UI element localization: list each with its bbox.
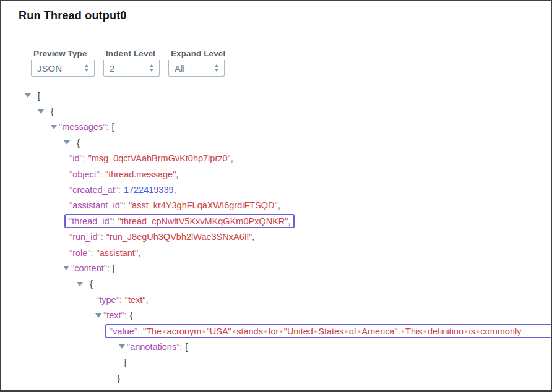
- json-tree: [{"messages":[{"id":"msg_0qctVAahBrmGvKt…: [1, 88, 551, 390]
- preview-type-value: JSON: [37, 63, 62, 74]
- collapse-arrow-icon[interactable]: [77, 282, 83, 286]
- json-value-word: definition: [428, 326, 464, 336]
- json-row: "text":{: [1, 307, 551, 323]
- space-dot-icon: ●: [476, 328, 479, 334]
- indent-level-value: 2: [110, 63, 114, 74]
- json-colon: :: [123, 200, 126, 210]
- collapse-arrow-icon[interactable]: [51, 125, 57, 129]
- json-value-word: is: [468, 326, 475, 336]
- spinner: [149, 64, 154, 72]
- space-dot-icon: ●: [264, 328, 267, 334]
- json-row: "created_at":1722419339,: [1, 182, 551, 197]
- collapse-arrow-icon[interactable]: [64, 140, 70, 145]
- json-close-bracket: }: [117, 373, 120, 383]
- json-value-word: "United: [284, 326, 313, 336]
- collapse-arrow-icon[interactable]: [63, 266, 69, 270]
- json-key: value: [113, 326, 134, 336]
- space-dot-icon: ●: [314, 328, 317, 334]
- json-value-word: The: [146, 326, 162, 336]
- spinner: [214, 64, 219, 72]
- json-open-bracket: [: [185, 342, 188, 352]
- json-key: role: [72, 248, 87, 258]
- json-row: {: [1, 135, 551, 150]
- json-open-bracket: [: [38, 91, 40, 101]
- spinner: [84, 64, 89, 72]
- json-colon: :: [124, 310, 127, 320]
- collapse-arrow-icon[interactable]: [95, 313, 101, 318]
- json-key: content: [74, 263, 104, 273]
- json-row: [: [1, 88, 551, 103]
- indent-level-control: Indent Level 2: [103, 49, 160, 77]
- json-value-word: stands: [236, 326, 263, 336]
- preview-type-select[interactable]: JSON: [31, 60, 95, 77]
- json-row: "run_id":"run_J8egUh3QVbh2lWae3SNxA6Il",: [1, 229, 551, 245]
- json-row-thread-id: "thread_id":"thread_cpNwltV5KxvMKqGKm0Px…: [1, 213, 551, 229]
- collapse-arrow-icon[interactable]: [25, 93, 31, 98]
- json-key: object: [72, 169, 97, 179]
- json-key: run_id: [72, 232, 97, 242]
- output-panel: Run Thread output0 Preview Type JSON Ind…: [0, 0, 552, 392]
- space-dot-icon: ●: [202, 328, 205, 334]
- json-row: "messages":[: [1, 119, 551, 135]
- json-key: id: [72, 153, 79, 163]
- space-dot-icon: ●: [345, 328, 348, 334]
- json-row: "annotations":[: [1, 339, 551, 354]
- json-value: "thread.message": [105, 169, 176, 179]
- json-key: messages: [62, 122, 103, 132]
- highlight-box-thread-id: "thread_id":"thread_cpNwltV5KxvMKqGKm0Px…: [64, 214, 295, 228]
- preview-controls: Preview Type JSON Indent Level 2 Expand …: [31, 49, 234, 77]
- spinner-up-icon[interactable]: [84, 64, 89, 67]
- preview-type-control: Preview Type JSON: [31, 49, 95, 77]
- json-key: created_at: [72, 185, 115, 195]
- json-colon: :: [83, 153, 85, 163]
- json-value: "thread_cpNwltV5KxvMKqGKm0PxQNKR": [118, 216, 288, 226]
- json-row: "content":[: [1, 260, 551, 276]
- json-key: thread_id: [72, 216, 109, 226]
- json-value: 1722419339: [124, 185, 174, 195]
- json-value-word: This: [405, 326, 422, 336]
- json-colon: :: [91, 248, 93, 258]
- json-open-bracket: {: [90, 279, 93, 289]
- json-row: }: [1, 370, 551, 386]
- json-colon: :: [106, 122, 108, 132]
- json-key: type: [99, 295, 116, 305]
- json-value-word: America".: [361, 326, 400, 336]
- expand-level-control: Expand Level All: [168, 49, 225, 77]
- space-dot-icon: ●: [423, 328, 426, 334]
- json-value-word: for: [268, 326, 278, 336]
- json-key: assistant_id: [72, 200, 120, 210]
- json-value-word: States: [318, 326, 343, 336]
- json-key: annotations: [130, 342, 176, 352]
- space-dot-icon: ●: [401, 328, 404, 334]
- json-row: }: [1, 386, 551, 390]
- json-open-bracket: [: [111, 122, 114, 132]
- indent-level-select[interactable]: 2: [103, 60, 160, 77]
- json-row: "role":"assistant",: [1, 245, 551, 260]
- json-open-bracket: [: [113, 263, 115, 273]
- json-close-bracket: }: [88, 389, 91, 390]
- json-value-word: "USA": [207, 326, 231, 336]
- spinner-up-icon[interactable]: [149, 64, 154, 67]
- panel-title: Run Thread output0: [19, 9, 127, 22]
- json-colon: :: [113, 216, 115, 226]
- json-colon: :: [137, 326, 140, 336]
- json-value: "text": [125, 295, 146, 305]
- json-row: {: [1, 276, 551, 292]
- spinner-down-icon[interactable]: [214, 69, 219, 72]
- preview-type-label: Preview Type: [33, 49, 95, 58]
- collapse-arrow-icon[interactable]: [38, 109, 44, 114]
- expand-level-select[interactable]: All: [168, 60, 225, 77]
- collapse-arrow-icon[interactable]: [119, 344, 125, 349]
- spinner-down-icon[interactable]: [149, 69, 154, 72]
- spinner-down-icon[interactable]: [84, 69, 89, 72]
- json-row: {: [1, 103, 551, 119]
- json-value: "assistant": [97, 248, 139, 258]
- json-comma: ,: [231, 153, 233, 163]
- space-dot-icon: ●: [280, 328, 283, 334]
- spinner-up-icon[interactable]: [214, 64, 219, 67]
- json-row: "type":"text",: [1, 292, 551, 307]
- json-key: text: [106, 310, 121, 320]
- json-comma: ,: [288, 216, 290, 226]
- json-colon: :: [119, 295, 122, 305]
- highlight-box-value: "value":"The●acronym●"USA"●stands●for●"U…: [105, 324, 551, 338]
